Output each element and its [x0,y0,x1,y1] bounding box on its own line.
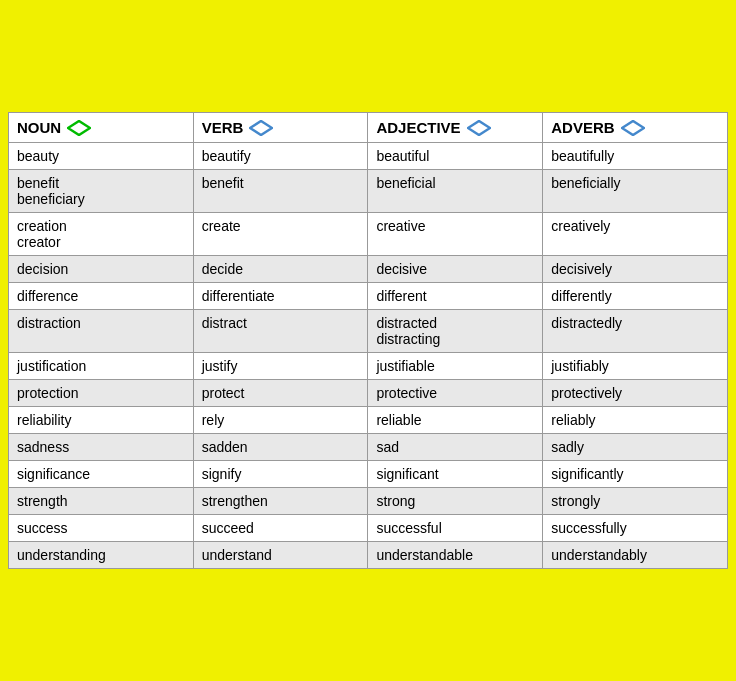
verb-cell: succeed [193,515,368,542]
noun-cell: justification [9,353,194,380]
noun-cell: distraction [9,310,194,353]
noun-cell: sadness [9,434,194,461]
noun-cell: benefitbeneficiary [9,170,194,213]
table-row: distractiondistractdistracteddistracting… [9,310,728,353]
adverb-cell: successfully [543,515,728,542]
table-row: decisiondecidedecisivedecisively [9,256,728,283]
adverb-cell: differently [543,283,728,310]
svg-marker-2 [468,121,490,135]
adverb-cell: protectively [543,380,728,407]
table-row: sadnesssaddensadsadly [9,434,728,461]
adjective-cell: justifiable [368,353,543,380]
adverb-header-text: ADVERB [551,119,614,136]
adjective-cell: reliable [368,407,543,434]
adjective-cell: different [368,283,543,310]
header-row: NOUN VERB ADJE [9,113,728,143]
table-wrapper: NOUN VERB ADJE [0,104,736,577]
noun-header: NOUN [9,113,194,143]
adjective-cell: sad [368,434,543,461]
adverb-header: ADVERB [543,113,728,143]
noun-cell: beauty [9,143,194,170]
adjective-header-text: ADJECTIVE [376,119,460,136]
table-row: strengthstrengthenstrongstrongly [9,488,728,515]
verb-cell: differentiate [193,283,368,310]
adverb-cell: understandably [543,542,728,569]
adjective-cell: beneficial [368,170,543,213]
table-row: successsucceedsuccessfulsuccessfully [9,515,728,542]
verb-cell: justify [193,353,368,380]
verb-cell: protect [193,380,368,407]
adjective-cell: decisive [368,256,543,283]
verb-cell: strengthen [193,488,368,515]
adverb-cell: strongly [543,488,728,515]
verb-diamond-icon [249,120,273,136]
verb-cell: create [193,213,368,256]
noun-cell: significance [9,461,194,488]
table-row: understandingunderstandunderstandableund… [9,542,728,569]
verb-header-text: VERB [202,119,244,136]
adjective-cell: beautiful [368,143,543,170]
adjective-cell: strong [368,488,543,515]
noun-diamond-icon [67,120,91,136]
noun-cell: protection [9,380,194,407]
adjective-cell: distracteddistracting [368,310,543,353]
adjective-cell: protective [368,380,543,407]
noun-cell: understanding [9,542,194,569]
noun-cell: creationcreator [9,213,194,256]
verb-cell: distract [193,310,368,353]
adjective-diamond-icon [467,120,491,136]
verb-cell: rely [193,407,368,434]
table-body: beautybeautifybeautifulbeautifullybenefi… [9,143,728,569]
table-row: creationcreatorcreatecreativecreatively [9,213,728,256]
adverb-cell: beautifully [543,143,728,170]
adjective-cell: significant [368,461,543,488]
verb-cell: decide [193,256,368,283]
adjective-cell: understandable [368,542,543,569]
adjective-cell: successful [368,515,543,542]
adjective-cell: creative [368,213,543,256]
adverb-cell: justifiably [543,353,728,380]
noun-cell: decision [9,256,194,283]
table-row: justificationjustifyjustifiablejustifiab… [9,353,728,380]
adverb-cell: creatively [543,213,728,256]
table-row: protectionprotectprotectiveprotectively [9,380,728,407]
table-row: differencedifferentiatedifferentdifferen… [9,283,728,310]
noun-cell: reliability [9,407,194,434]
adverb-cell: distractedly [543,310,728,353]
verb-header: VERB [193,113,368,143]
adverb-cell: decisively [543,256,728,283]
verb-cell: signify [193,461,368,488]
noun-cell: difference [9,283,194,310]
table-row: significancesignifysignificantsignifican… [9,461,728,488]
svg-marker-3 [622,121,644,135]
noun-header-text: NOUN [17,119,61,136]
svg-marker-0 [68,121,90,135]
adverb-cell: reliably [543,407,728,434]
table-row: reliabilityrelyreliablereliably [9,407,728,434]
verb-cell: beautify [193,143,368,170]
verb-cell: benefit [193,170,368,213]
adverb-cell: significantly [543,461,728,488]
adverb-cell: beneficially [543,170,728,213]
verb-cell: sadden [193,434,368,461]
word-forms-table: NOUN VERB ADJE [8,112,728,569]
noun-cell: success [9,515,194,542]
table-row: beautybeautifybeautifulbeautifully [9,143,728,170]
adverb-cell: sadly [543,434,728,461]
table-row: benefitbeneficiarybenefitbeneficialbenef… [9,170,728,213]
noun-cell: strength [9,488,194,515]
adjective-header: ADJECTIVE [368,113,543,143]
verb-cell: understand [193,542,368,569]
svg-marker-1 [250,121,272,135]
adverb-diamond-icon [621,120,645,136]
